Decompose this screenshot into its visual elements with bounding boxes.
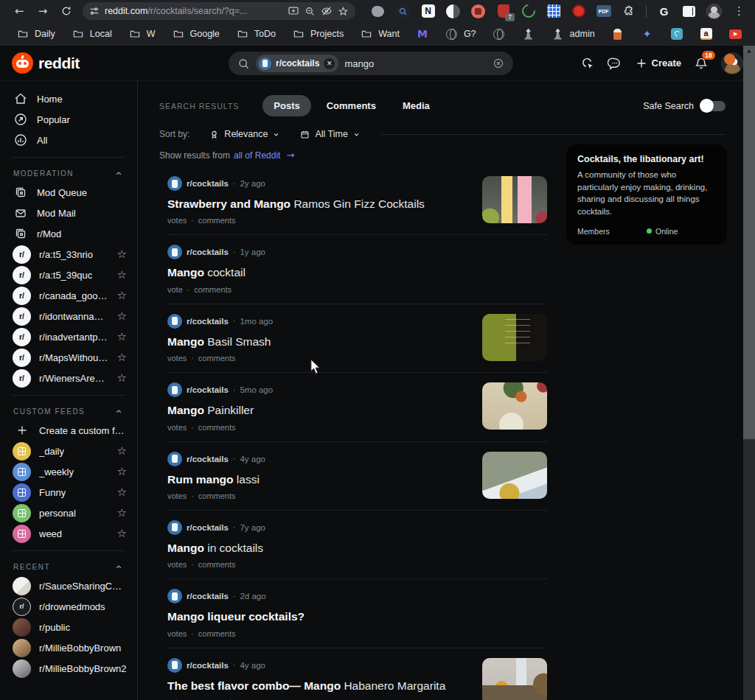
sidebar-item-custom-feed[interactable]: Funny☆ bbox=[0, 482, 137, 503]
post-thumbnail[interactable] bbox=[482, 452, 547, 499]
subreddit-name[interactable]: r/cocktails bbox=[187, 523, 229, 532]
recent-section-header[interactable]: RECENT bbox=[0, 558, 137, 575]
sidebar-item-subreddit[interactable]: r/r/inadvertantpe...☆ bbox=[0, 326, 137, 347]
advertise-icon[interactable] bbox=[580, 56, 595, 71]
time-dropdown[interactable]: All Time bbox=[299, 129, 360, 140]
search-result-post[interactable]: r/cocktails·1y agoMango cocktailvote·com… bbox=[167, 235, 547, 304]
favorite-star-icon[interactable]: ☆ bbox=[117, 527, 127, 540]
page-scrollbar[interactable]: ▲ bbox=[743, 46, 755, 700]
subreddit-name[interactable]: r/cocktails bbox=[187, 455, 229, 463]
comments-label[interactable]: comments bbox=[198, 354, 236, 363]
favorite-star-icon[interactable]: ☆ bbox=[117, 371, 127, 385]
forward-icon[interactable]: → bbox=[32, 1, 53, 21]
bookmark-star-icon[interactable] bbox=[338, 6, 349, 17]
bookmark-item[interactable] bbox=[485, 25, 513, 43]
votes-label[interactable]: votes bbox=[167, 423, 187, 433]
favorite-star-icon[interactable]: ☆ bbox=[117, 444, 127, 458]
side-panel-icon[interactable] bbox=[681, 4, 697, 19]
favorite-star-icon[interactable]: ☆ bbox=[117, 351, 127, 364]
sidebar-item-custom-feed[interactable]: _daily☆ bbox=[0, 441, 137, 461]
site-info-icon[interactable] bbox=[89, 6, 100, 16]
sidebar-item-custom-feed[interactable]: personal☆ bbox=[0, 503, 137, 523]
post-thumbnail[interactable] bbox=[482, 382, 547, 430]
search-result-post[interactable]: r/cocktails·4y agoThe best flavor combo—… bbox=[167, 648, 547, 700]
bookmark-item[interactable]: Ϛ bbox=[663, 25, 691, 43]
sidebar-item-subreddit[interactable]: r/r/WienersAreNo...☆ bbox=[0, 368, 137, 388]
salmon-extension-icon[interactable] bbox=[470, 4, 486, 19]
votes-label[interactable]: votes bbox=[167, 354, 187, 363]
tab-media[interactable]: Media bbox=[392, 95, 441, 116]
sidebar-item-popular[interactable]: Popular bbox=[0, 109, 137, 130]
sidebar-item-recent[interactable]: r/public bbox=[0, 617, 137, 637]
notion-extension-icon[interactable]: N bbox=[420, 4, 436, 19]
safe-search-toggle[interactable] bbox=[701, 101, 726, 111]
comments-label[interactable]: comments bbox=[198, 216, 236, 225]
sidebar-item-custom-feed[interactable]: _weekly☆ bbox=[0, 461, 137, 482]
sidebar-item-subreddit[interactable]: r/r/a:t5_33nrio☆ bbox=[0, 244, 137, 265]
sidebar-item-recent[interactable]: r/MillieBobbyBrown bbox=[0, 637, 137, 658]
timer-extension-icon[interactable] bbox=[521, 4, 536, 19]
tab-comments[interactable]: Comments bbox=[316, 95, 387, 116]
tab-posts[interactable]: Posts bbox=[262, 95, 310, 116]
sort-dropdown[interactable]: Relevance bbox=[209, 129, 280, 140]
bookmark-item[interactable]: 31 bbox=[751, 25, 755, 43]
url-bar[interactable]: reddit.com/r/cocktails/search/?q=... bbox=[83, 2, 355, 20]
post-thumbnail[interactable] bbox=[482, 314, 547, 361]
sidebar-item-mod[interactable]: Mod Queue bbox=[0, 182, 137, 203]
bookmark-folder[interactable]: Want bbox=[352, 25, 407, 43]
comments-label[interactable]: comments bbox=[198, 629, 236, 639]
comments-label[interactable]: comments bbox=[198, 491, 236, 501]
post-title[interactable]: Mango cocktail bbox=[167, 265, 547, 279]
search-scope-chip[interactable]: r/cocktails ✕ bbox=[256, 55, 338, 72]
bookmark-item[interactable]: ✦ bbox=[633, 25, 661, 43]
reload-icon[interactable] bbox=[56, 1, 77, 21]
browser-menu-icon[interactable]: ⋮ bbox=[731, 4, 747, 19]
search-result-post[interactable]: r/cocktails·2y agoStrawberry and Mango R… bbox=[167, 167, 547, 235]
user-avatar[interactable] bbox=[721, 52, 743, 74]
votes-label[interactable]: votes bbox=[167, 491, 187, 501]
bookmark-item[interactable] bbox=[515, 25, 543, 43]
votes-label[interactable]: votes bbox=[167, 560, 187, 570]
darkreader-extension-icon[interactable] bbox=[445, 4, 461, 19]
eye-off-icon[interactable] bbox=[321, 5, 333, 17]
sidebar-item-mod[interactable]: Mod Mail bbox=[0, 203, 137, 223]
bookmark-folder[interactable]: Projects bbox=[285, 25, 351, 43]
sidebar-item-mod[interactable]: r/Mod bbox=[0, 223, 137, 244]
search-extension-icon[interactable] bbox=[395, 4, 411, 19]
bookmark-item[interactable]: ▶ bbox=[722, 25, 750, 43]
search-result-post[interactable]: r/cocktails·4y agoRum mango lassivotes·c… bbox=[167, 442, 547, 511]
notifications-bell-icon[interactable]: 18 bbox=[694, 56, 709, 71]
post-thumbnail[interactable] bbox=[482, 658, 547, 700]
cast-icon[interactable] bbox=[288, 5, 299, 17]
post-title[interactable]: The best flavor combo— Mango Habanero Ma… bbox=[167, 679, 473, 693]
search-result-post[interactable]: r/cocktails·1mo agoMango Basil Smashvote… bbox=[167, 304, 547, 373]
favorite-star-icon[interactable]: ☆ bbox=[117, 506, 127, 519]
votes-label[interactable]: votes bbox=[167, 216, 187, 225]
google-letter-icon[interactable]: G bbox=[656, 4, 672, 19]
favorite-star-icon[interactable]: ☆ bbox=[117, 465, 127, 478]
chat-icon[interactable] bbox=[608, 56, 622, 71]
blob-extension-icon[interactable] bbox=[370, 4, 386, 19]
bookmark-folder[interactable]: ToDo bbox=[229, 25, 283, 43]
bookmark-item[interactable]: M bbox=[408, 25, 436, 43]
bookmark-folder[interactable]: Local bbox=[64, 25, 119, 43]
subreddit-name[interactable]: r/cocktails bbox=[187, 592, 229, 601]
clear-search-icon[interactable] bbox=[493, 57, 504, 69]
search-result-post[interactable]: r/cocktails·7y agoMango in cocktailsvote… bbox=[167, 511, 547, 579]
comments-label[interactable]: comments bbox=[198, 423, 236, 433]
comments-label[interactable]: comments bbox=[198, 560, 236, 570]
search-result-post[interactable]: r/cocktails·2d agoMango liqueur cocktail… bbox=[167, 579, 547, 648]
search-query-text[interactable]: mango bbox=[344, 58, 487, 69]
chevron-up-icon[interactable] bbox=[114, 406, 124, 416]
zoom-icon[interactable] bbox=[305, 6, 316, 17]
subreddit-name[interactable]: r/cocktails bbox=[187, 248, 229, 256]
bookmark-item[interactable]: a bbox=[692, 25, 720, 43]
post-title[interactable]: Strawberry and Mango Ramos Gin Fizz Cock… bbox=[167, 197, 473, 211]
scroll-up-icon[interactable]: ▲ bbox=[743, 46, 755, 56]
subreddit-name[interactable]: r/cocktails bbox=[187, 179, 229, 188]
favorite-star-icon[interactable]: ☆ bbox=[117, 330, 127, 343]
post-title[interactable]: Mango Painkiller bbox=[167, 403, 473, 417]
browser-profile-avatar[interactable] bbox=[706, 4, 722, 19]
bookmark-item[interactable] bbox=[604, 25, 632, 43]
bookmark-item[interactable]: G? bbox=[438, 25, 484, 43]
